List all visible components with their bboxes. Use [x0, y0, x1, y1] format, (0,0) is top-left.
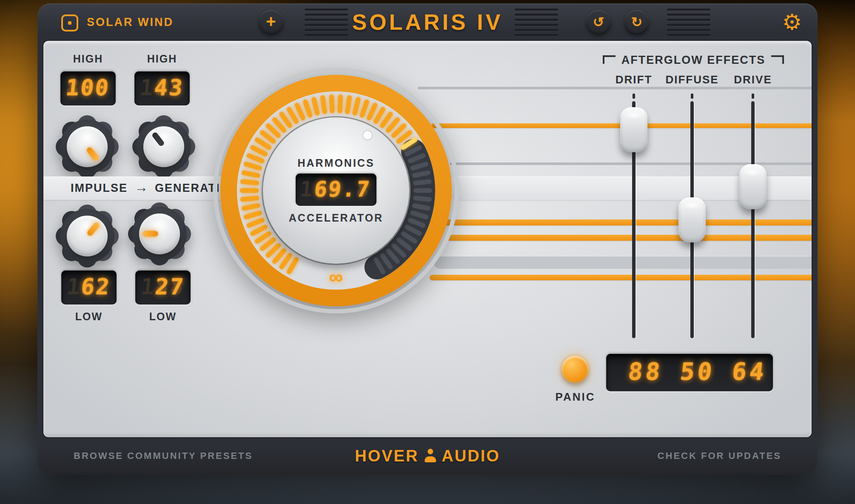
led-value: 100	[65, 77, 111, 99]
plus-icon: +	[266, 13, 276, 30]
led-value: 62	[80, 276, 112, 298]
drive-slider[interactable]	[736, 101, 770, 338]
led-value: 69.7	[313, 179, 372, 200]
knob-pointer	[139, 214, 180, 254]
brand-audio: AUDIO	[442, 447, 500, 465]
harmonics-display: 188.8 69.7	[296, 174, 376, 206]
drive-slider-handle[interactable]	[739, 164, 767, 209]
dial-indicator-dot	[363, 131, 372, 140]
knob-generation-high[interactable]	[132, 115, 196, 179]
check-updates-link[interactable]: CHECK FOR UPDATES	[658, 450, 781, 461]
effects-values-display: 88 88 88 88 50 64	[606, 354, 773, 391]
harmonics-label: HARMONICS	[204, 157, 468, 169]
stripe-thin-1	[418, 87, 812, 89]
redo-icon: ↻	[631, 15, 643, 29]
high-display-2: 188 43	[134, 71, 190, 105]
drift-slider[interactable]	[617, 101, 651, 338]
diffuse-slider[interactable]	[675, 101, 709, 338]
vent-grille-mid	[515, 9, 558, 36]
high-label-1: HIGH	[60, 53, 116, 65]
undo-button[interactable]: ↺	[586, 10, 611, 34]
dial-center: HARMONICS 188.8 69.7 ACCELERATOR	[204, 157, 468, 224]
infinity-icon: ∞	[329, 267, 343, 287]
diffuse-slider-handle[interactable]	[678, 197, 706, 242]
impulse-arrow-icon: →	[134, 179, 148, 195]
knob-generation-low[interactable]	[128, 202, 191, 266]
footer-bar: BROWSE COMMUNITY PRESETS HOVER AUDIO CHE…	[37, 437, 818, 475]
low-display-2: 188 27	[135, 271, 191, 305]
preset-browser-icon[interactable]	[61, 14, 78, 31]
add-preset-button[interactable]: +	[259, 10, 283, 34]
panic-label: PANIC	[544, 390, 606, 404]
afterglow-title: AFTERGLOW EFFECTS	[621, 54, 765, 66]
redo-button[interactable]: ↻	[624, 10, 649, 34]
high-display-1: 888 100	[60, 71, 116, 105]
settings-button[interactable]: ⚙	[778, 9, 806, 36]
drive-slider-track[interactable]	[751, 101, 755, 338]
led-value: 43	[154, 77, 185, 99]
undo-icon: ↺	[593, 15, 604, 29]
panic-button[interactable]	[562, 356, 588, 382]
drive-label: DRIVE	[710, 73, 795, 86]
brand-hover: HOVER	[355, 447, 419, 465]
drift-slider-handle[interactable]	[620, 107, 647, 152]
low-label-1: LOW	[61, 310, 117, 323]
hover-audio-logo-icon	[424, 448, 436, 464]
header-bar: SOLARIS IV SOLAR WIND + ↺ ↻ ⚙	[37, 3, 818, 41]
accelerator-label: ACCELERATOR	[204, 212, 468, 224]
impulse-label: IMPULSE	[71, 182, 128, 195]
knob-impulse-low[interactable]	[55, 204, 119, 268]
browse-presets-link[interactable]: BROWSE COMMUNITY PRESETS	[74, 450, 253, 461]
low-display-1: 188 62	[61, 271, 117, 305]
preset-name[interactable]: SOLAR WIND	[87, 3, 174, 41]
bracket-left	[603, 55, 616, 64]
main-panel: HIGH 888 100 HIGH 188 43	[43, 41, 812, 437]
harmonics-dial[interactable]: HARMONICS 188.8 69.7 ACCELERATOR ∞	[204, 59, 468, 322]
plugin-window: SOLARIS IV SOLAR WIND + ↺ ↻ ⚙ HIGH 888 1…	[37, 3, 818, 475]
gear-icon: ⚙	[782, 11, 802, 33]
high-label-2: HIGH	[134, 53, 190, 65]
vent-grille-left	[305, 9, 348, 36]
bracket-right	[771, 55, 784, 64]
vent-grille-right	[667, 9, 710, 36]
low-label-2: LOW	[135, 310, 191, 323]
led-value: 88 50 64	[627, 360, 768, 384]
knob-impulse-high[interactable]	[55, 115, 119, 179]
led-value: 27	[154, 276, 186, 298]
afterglow-section-header: AFTERGLOW EFFECTS	[570, 54, 812, 66]
brand-logo: HOVER AUDIO	[355, 437, 500, 475]
